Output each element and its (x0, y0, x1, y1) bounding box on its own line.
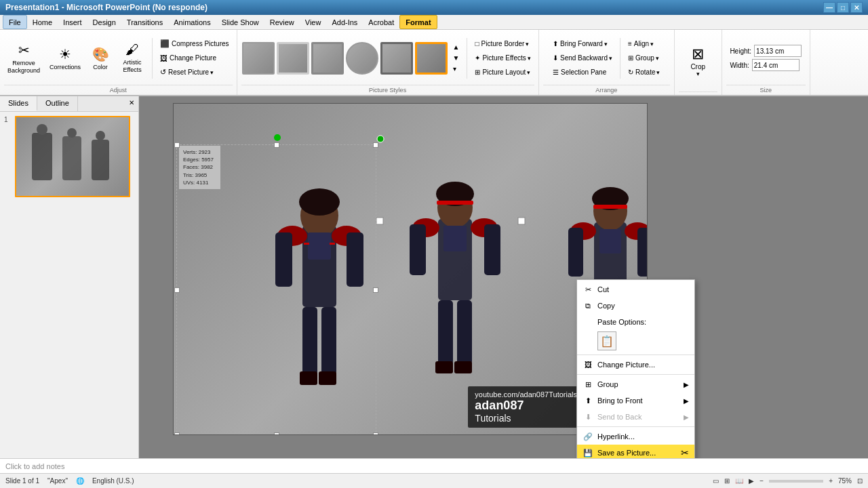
color-label: Color (93, 64, 108, 70)
rotate-button[interactable]: ↻ Rotate ▾ (625, 66, 663, 79)
zoom-in-icon[interactable]: + (829, 477, 833, 485)
selection-pane-button[interactable]: ☰ Selection Pane (549, 66, 616, 79)
tab-outline[interactable]: Outline (37, 96, 78, 111)
menu-addins[interactable]: Add-Ins (326, 15, 363, 29)
handle-bl (174, 432, 180, 434)
fit-window-icon[interactable]: ⊡ (857, 477, 863, 485)
reset-dropdown-icon[interactable]: ▾ (210, 69, 214, 76)
ctx-hyperlink[interactable]: 🔗 Hyperlink... (577, 428, 694, 445)
save-pic-icon: 💾 (583, 447, 593, 458)
ctx-copy-label: Copy (597, 302, 615, 310)
ctx-paste-buttons: 📋 (577, 330, 694, 353)
ctx-cut[interactable]: ✂ Cut (577, 281, 694, 298)
menu-acrobat[interactable]: Acrobat (363, 15, 399, 29)
width-input[interactable] (752, 59, 800, 71)
view-reading-icon[interactable]: 📖 (735, 477, 743, 485)
close-button[interactable]: ✕ (850, 2, 863, 13)
corrections-button[interactable]: ☀ Corrections (46, 35, 84, 82)
watermark-text: youtube.com/adan087Tutorials adan087 Tut… (475, 390, 577, 424)
ctx-change-picture[interactable]: 🖼 Change Picture... (577, 357, 694, 373)
bring-forward-button[interactable]: ⬆ Bring Forward ▾ (549, 37, 616, 51)
group-button[interactable]: ⊞ Group ▾ (625, 52, 663, 65)
tab-slides[interactable]: Slides (0, 96, 37, 111)
menu-format[interactable]: Format (399, 15, 437, 29)
styles-more[interactable]: ▾ (450, 64, 463, 74)
ctx-copy[interactable]: ⧉ Copy (577, 298, 694, 314)
style-thumb-3[interactable] (311, 42, 344, 75)
minimize-button[interactable]: — (823, 2, 835, 13)
rotate-label: Rotate (635, 68, 655, 76)
styles-up[interactable]: ▲ (450, 42, 463, 52)
crop-button[interactable]: ⊠ Crop ▾ (681, 38, 715, 85)
menu-design[interactable]: Design (87, 15, 121, 29)
menu-animations[interactable]: Animations (168, 15, 216, 29)
picture-styles-gallery: ▲ ▼ ▾ (241, 41, 463, 75)
zoom-out-icon[interactable]: − (760, 477, 764, 485)
style-thumb-4[interactable] (346, 42, 378, 75)
remove-background-button[interactable]: ✂ RemoveBackground (4, 35, 43, 82)
ctx-send-to-back[interactable]: ⬇ Send to Back ▶ (577, 409, 694, 425)
border-icon: □ (475, 40, 479, 47)
ctx-paste-options-header: Paste Options: (577, 314, 694, 330)
slide-thumbnail[interactable] (15, 116, 130, 197)
menu-slideshow[interactable]: Slide Show (216, 15, 264, 29)
ctx-save-as-picture[interactable]: 💾 Save as Picture... ✂ (577, 445, 694, 458)
reset-picture-button[interactable]: ↺ Reset Picture ▾ (157, 66, 232, 79)
style-thumb-1[interactable] (242, 42, 275, 75)
notes-bar[interactable]: Click to add notes (0, 458, 868, 473)
compress-pictures-button[interactable]: ⬛ Compress Pictures (157, 37, 232, 51)
rotation-handle[interactable] (274, 134, 281, 141)
menu-file[interactable]: File (3, 15, 27, 29)
adjust-group-label: Adjust (4, 85, 233, 94)
corrections-icon: ☀ (59, 46, 71, 62)
canvas-area[interactable]: Verts: 2923 Edges: 5957 Faces: 3982 Tris… (139, 96, 868, 458)
crop-dropdown[interactable]: ▾ (696, 70, 700, 77)
bf-dropdown[interactable]: ▾ (604, 41, 608, 47)
style-thumb-6[interactable] (415, 42, 448, 75)
list-item[interactable]: 1 (4, 116, 134, 197)
ctx-group[interactable]: ⊞ Group ▶ (577, 376, 694, 392)
empty-label (679, 92, 717, 94)
layout-dropdown[interactable]: ▾ (527, 69, 530, 76)
height-label: Height: (730, 47, 751, 55)
style-thumb-2[interactable] (277, 42, 309, 75)
effects-dropdown[interactable]: ▾ (528, 55, 531, 62)
picture-effects-button[interactable]: ✦ Picture Effects ▾ (471, 52, 534, 65)
arrange-col: ⬆ Bring Forward ▾ ⬇ Send Backward ▾ ☰ Se… (549, 37, 616, 79)
picture-border-button[interactable]: □ Picture Border ▾ (471, 37, 534, 51)
slide-panel-close[interactable]: ✕ (125, 96, 138, 111)
height-input[interactable] (754, 45, 802, 57)
ctx-bring-to-front[interactable]: ⬆ Bring to Front ▶ (577, 392, 694, 409)
menu-home[interactable]: Home (27, 15, 58, 29)
change-picture-button[interactable]: 🖼 Change Picture (157, 52, 232, 65)
separator (152, 38, 153, 79)
artistic-effects-button[interactable]: 🖌 ArtisticEffects (117, 35, 148, 82)
style-thumb-5[interactable] (380, 42, 413, 75)
sb-dropdown[interactable]: ▾ (609, 55, 612, 62)
menu-bar: File Home Insert Design Transitions Anim… (0, 15, 868, 30)
menu-insert[interactable]: Insert (58, 15, 87, 29)
rotate-dropdown[interactable]: ▾ (656, 69, 660, 76)
color-button[interactable]: 🎨 Color (87, 35, 114, 82)
menu-transitions[interactable]: Transitions (121, 15, 168, 29)
styles-down[interactable]: ▼ (450, 53, 463, 63)
border-dropdown[interactable]: ▾ (526, 41, 529, 47)
zoom-slider[interactable] (769, 480, 823, 483)
align-button[interactable]: ≡ Align ▾ (625, 37, 663, 51)
paste-btn-1[interactable]: 📋 (597, 331, 616, 350)
maximize-button[interactable]: □ (837, 2, 849, 13)
svg-point-5 (96, 131, 105, 140)
picture-layout-button[interactable]: ⊞ Picture Layout ▾ (471, 66, 534, 79)
menu-review[interactable]: Review (264, 15, 300, 29)
compress-icon: ⬛ (160, 39, 170, 48)
svg-point-6 (377, 136, 384, 142)
view-normal-icon[interactable]: ▭ (713, 477, 719, 485)
menu-view[interactable]: View (300, 15, 327, 29)
view-slide-sorter-icon[interactable]: ⊞ (724, 477, 730, 485)
group-arrow: ▶ (684, 381, 689, 388)
effects-label: Picture Effects (482, 54, 526, 62)
send-backward-button[interactable]: ⬇ Send Backward ▾ (549, 52, 616, 65)
view-slideshow-icon[interactable]: ▶ (749, 477, 754, 485)
group-dropdown[interactable]: ▾ (656, 55, 659, 62)
align-dropdown[interactable]: ▾ (650, 41, 654, 47)
